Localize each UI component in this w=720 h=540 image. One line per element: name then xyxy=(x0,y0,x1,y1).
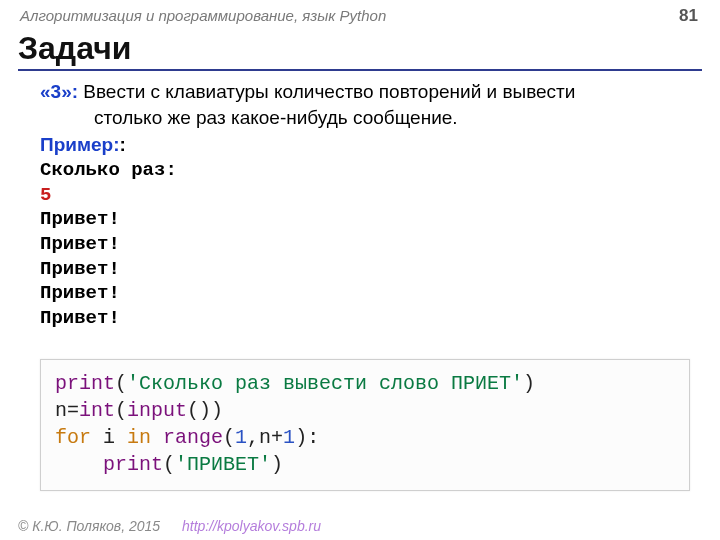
footer-url: http://kpolyakov.spb.ru xyxy=(182,518,321,534)
code-token: for xyxy=(55,426,91,449)
code-token: range xyxy=(151,426,223,449)
code-token: int xyxy=(79,399,115,422)
code-token: n= xyxy=(55,399,79,422)
footer-copyright: © К.Ю. Поляков, 2015 xyxy=(18,518,160,534)
code-token: 'Сколько раз вывести слово ПРИЕТ' xyxy=(127,372,523,395)
example-output-2: Привет! xyxy=(40,232,692,257)
code-token: print xyxy=(55,372,115,395)
code-token: in xyxy=(127,426,151,449)
example-output-1: Привет! xyxy=(40,207,692,232)
task-label: «3»: xyxy=(40,81,78,102)
code-token: 1 xyxy=(235,426,247,449)
footer: © К.Ю. Поляков, 2015 http://kpolyakov.sp… xyxy=(18,518,321,534)
task-block: «3»: Ввести с клавиатуры количество повт… xyxy=(40,79,692,105)
slide-title: Задачи xyxy=(18,30,702,71)
code-token: i xyxy=(91,426,127,449)
code-token: input xyxy=(127,399,187,422)
example-prompt: Сколько раз: xyxy=(40,158,692,183)
example-output-5: Привет! xyxy=(40,306,692,331)
code-token: print xyxy=(103,453,163,476)
task-text-line2: столько же раз какое-нибудь сообщение. xyxy=(40,105,692,131)
course-title: Алгоритмизация и программирование, язык … xyxy=(20,7,386,24)
code-token: ,n+ xyxy=(247,426,283,449)
task-text-line1: Ввести с клавиатуры количество повторени… xyxy=(83,81,575,102)
code-token: 'ПРИВЕТ' xyxy=(175,453,271,476)
example-output-4: Привет! xyxy=(40,281,692,306)
page-number: 81 xyxy=(679,6,698,26)
example-output-3: Привет! xyxy=(40,257,692,282)
code-token: 1 xyxy=(283,426,295,449)
example-input: 5 xyxy=(40,183,692,208)
example-label: Пример:: xyxy=(40,132,692,158)
header-bar: Алгоритмизация и программирование, язык … xyxy=(18,6,702,28)
code-block: print('Сколько раз вывести слово ПРИЕТ')… xyxy=(40,359,690,491)
content-area: «3»: Ввести с клавиатуры количество повт… xyxy=(18,71,702,491)
